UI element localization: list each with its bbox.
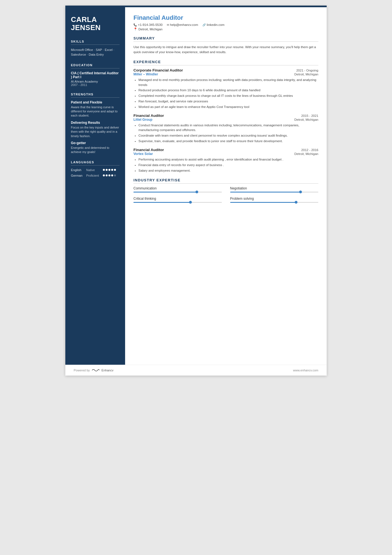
strength-desc-3: Energetic and determined to achieve my g… xyxy=(71,146,120,154)
powered-by-text: Powered by xyxy=(74,369,90,372)
linkedin-icon: 🔗 xyxy=(202,23,206,26)
sidebar: CARLA JENSEN SKILLS Microsoft Office · S… xyxy=(65,7,125,365)
education-section: EDUCATION CIA ( Certified Internal Audit… xyxy=(71,63,120,87)
bullet: Coordinate with team members and client … xyxy=(138,133,318,138)
dot xyxy=(108,174,110,176)
skill-bar-fill-negotiation xyxy=(230,192,301,193)
edu-school: Al Ahram Academy xyxy=(71,80,120,83)
expertise-section: INDUSTRY EXPERTISE Communication Negotia… xyxy=(133,178,318,203)
bullet: Completed monthly charge-back process to… xyxy=(138,93,318,98)
expertise-title: INDUSTRY EXPERTISE xyxy=(133,178,318,184)
lang-dots-english xyxy=(103,169,116,171)
summary-title: SUMMARY xyxy=(133,36,318,42)
bullet: Financial data entry of records for ever… xyxy=(138,163,318,168)
dot xyxy=(114,169,116,171)
exp-bullets-1: Managed end to end monthly production pr… xyxy=(133,78,318,110)
bullet: Reduced production process from 10 days … xyxy=(138,88,318,93)
lang-name-english: English xyxy=(71,168,86,172)
bullet: Salary and employees management. xyxy=(138,168,318,173)
exp-company-2: Littel Group xyxy=(133,118,152,122)
skills-title: SKILLS xyxy=(71,40,120,45)
email-text: help@enhancv.com xyxy=(170,23,198,26)
contact-location: 📍 Detroit, Michigan xyxy=(133,27,318,31)
strength-title-3: Go-getter xyxy=(71,141,120,145)
edu-years: 2007 - 2011 xyxy=(71,83,120,87)
skill-bar-fill-communication xyxy=(133,192,197,193)
expertise-label-critical-thinking: Critical thinking xyxy=(133,197,222,201)
exp-company-1: Miller – Windler xyxy=(133,72,158,76)
content-wrapper: CARLA JENSEN SKILLS Microsoft Office · S… xyxy=(65,7,327,365)
bullet: Worked as part of an agile team to enhan… xyxy=(138,105,318,110)
exp-dates-1: 2021 - Ongoing xyxy=(296,69,318,72)
education-title: EDUCATION xyxy=(71,63,120,68)
bullet: Managed end to end monthly production pr… xyxy=(138,78,318,88)
bullet: Ran forecast, budget, and service rate p… xyxy=(138,99,318,104)
candidate-name: CARLA JENSEN xyxy=(71,16,120,31)
exp-header-1: Corporate Financial Auditor 2021 - Ongoi… xyxy=(133,68,318,72)
dot xyxy=(103,174,105,176)
exp-location-1: Detroit, Michigan xyxy=(294,73,318,76)
strength-desc-1: Aware that the learning curve is differe… xyxy=(71,105,120,118)
dot xyxy=(108,169,110,171)
bullet: Conduct financial statements audits in v… xyxy=(138,123,318,133)
summary-text: Use this opportunity to intrigue and dra… xyxy=(133,45,318,55)
exp-location-3: Detroit, Michigan xyxy=(294,152,318,156)
strength-title-1: Patient and Flexible xyxy=(71,100,120,104)
language-german: German Proficient xyxy=(71,174,120,177)
main-content: Financial Auditor 📞 +1-914-345-5530 ✉ he… xyxy=(125,7,327,365)
dot xyxy=(106,169,108,171)
lang-level-german: Proficient xyxy=(86,174,103,177)
expertise-communication: Communication xyxy=(133,186,222,193)
skill-bar-bg-negotiation xyxy=(230,192,319,193)
skill-bar-fill-critical-thinking xyxy=(133,202,191,203)
dot xyxy=(111,174,113,176)
job-title: Financial Auditor xyxy=(133,14,318,21)
dot xyxy=(106,174,108,176)
exp-dates-2: 2015 - 2021 xyxy=(301,114,318,117)
expertise-critical-thinking: Critical thinking xyxy=(133,197,222,203)
footer-brand: Powered by Enhancv xyxy=(74,368,113,372)
exp-sub-header-2: Littel Group Detroit, Michigan xyxy=(133,118,318,122)
location-text: Detroit, Michigan xyxy=(138,28,162,31)
exp-role-2: Financial Auditor xyxy=(133,114,164,118)
expertise-negotiation: Negotiation xyxy=(230,186,319,193)
strength-title-2: Delivering Results xyxy=(71,121,120,125)
skill-bar-bg-critical-thinking xyxy=(133,202,222,203)
skill-bar-bg-problem-solving xyxy=(230,202,319,203)
contact-phone: 📞 +1-914-345-5530 xyxy=(133,23,163,26)
expertise-problem-solving: Problem solving xyxy=(230,197,319,203)
dot-empty xyxy=(114,174,116,176)
exp-location-2: Detroit, Michigan xyxy=(294,118,318,121)
edu-degree: CIA ( Certified Internal Auditor ) Part … xyxy=(71,71,120,79)
exp-sub-header-3: Vortex Solar Detroit, Michigan xyxy=(133,152,318,156)
phone-icon: 📞 xyxy=(133,23,137,26)
enhancv-brand-name: Enhancv xyxy=(101,369,113,372)
exp-header-2: Financial Auditor 2015 - 2021 xyxy=(133,114,318,118)
skill-bar-fill-problem-solving xyxy=(230,202,296,203)
strength-desc-2: Focus on the key inputs and deliver them… xyxy=(71,125,120,138)
bullet: Supervise, train, evaluate, and provide … xyxy=(138,139,318,144)
language-english: English Native xyxy=(71,168,120,172)
lang-name-german: German xyxy=(71,174,86,177)
phone-text: +1-914-345-5530 xyxy=(138,23,163,26)
exp-company-3: Vortex Solar xyxy=(133,152,153,156)
resume-page: CARLA JENSEN SKILLS Microsoft Office · S… xyxy=(65,6,327,376)
expertise-label-communication: Communication xyxy=(133,186,222,190)
strength-item-1: Patient and Flexible Aware that the lear… xyxy=(71,100,120,118)
last-name: JENSEN xyxy=(71,23,101,32)
dot xyxy=(103,169,105,171)
skills-text: Microsoft Office · SAP · Excel · Salesfo… xyxy=(71,48,120,57)
bullet: Performing accounting analyses to assist… xyxy=(138,157,318,162)
email-icon: ✉ xyxy=(167,23,169,26)
lang-level-english: Native xyxy=(86,168,103,172)
exp-role-3: Financial Auditor xyxy=(133,148,164,152)
languages-section: LANGUAGES English Native German Proficie… xyxy=(71,161,120,177)
exp-item-3: Financial Auditor 2012 - 2016 Vortex Sol… xyxy=(133,148,318,173)
exp-sub-header-1: Miller – Windler Detroit, Michigan xyxy=(133,72,318,76)
contact-email: ✉ help@enhancv.com xyxy=(167,23,198,26)
exp-header-3: Financial Auditor 2012 - 2016 xyxy=(133,148,318,152)
exp-bullets-2: Conduct financial statements audits in v… xyxy=(133,123,318,144)
experience-title: EXPERIENCE xyxy=(133,60,318,65)
exp-bullets-3: Performing accounting analyses to assist… xyxy=(133,157,318,173)
footer: Powered by Enhancv www.enhancv.com xyxy=(65,365,327,376)
